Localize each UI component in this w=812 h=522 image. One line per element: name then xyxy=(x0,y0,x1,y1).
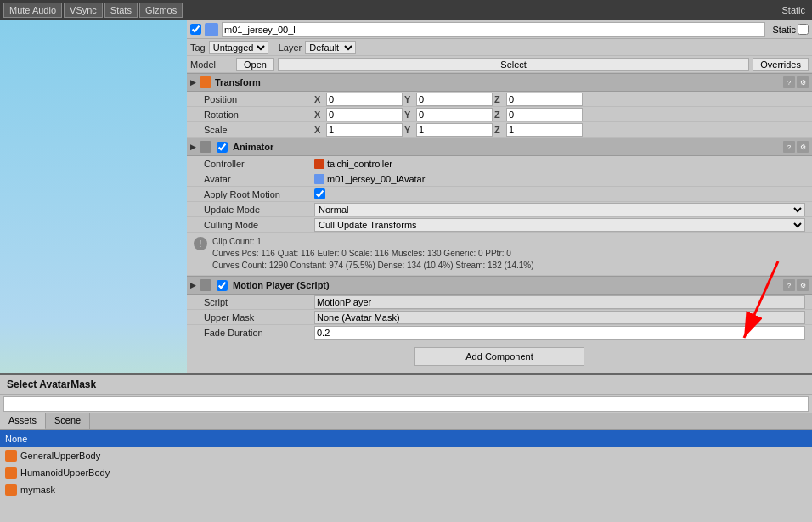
model-open-button[interactable]: Open xyxy=(236,58,274,71)
transform-title: Transform xyxy=(215,77,261,87)
add-component-button[interactable]: Add Component xyxy=(414,347,584,366)
culling-mode-select[interactable]: Cull Update Transforms xyxy=(314,218,805,232)
motionplayer-section-header[interactable]: ▶ Motion Player (Script) ? ⚙ xyxy=(187,276,812,295)
culling-mode-row: Culling Mode Cull Update Transforms xyxy=(187,217,812,233)
rotation-fields: X Y Z xyxy=(314,108,805,121)
motionplayer-enabled-checkbox[interactable] xyxy=(217,280,228,291)
pos-y-input[interactable] xyxy=(416,93,493,106)
add-component-row: Add Component xyxy=(187,340,812,373)
avatar-mask-list: None GeneralUpperBody HumanoidUpperBody … xyxy=(0,430,812,515)
mymask-icon xyxy=(5,484,17,496)
motionplayer-title: Motion Player (Script) xyxy=(233,280,330,290)
fade-duration-label: Fade Duration xyxy=(204,328,314,338)
rot-x-input[interactable] xyxy=(326,108,403,121)
scale-x-input[interactable] xyxy=(326,123,403,137)
controller-value-text: taichi_controller xyxy=(327,159,392,169)
avatar-mask-tabs: Assets Scene xyxy=(0,413,812,430)
motionplayer-arrow-icon: ▶ xyxy=(190,281,196,289)
motionplayer-help-icon[interactable]: ? xyxy=(783,279,795,291)
curves-count-text: Curves Count: 1290 Constant: 974 (75.5%)… xyxy=(212,261,534,270)
scale-label: Scale xyxy=(204,125,314,135)
vsync-button[interactable]: VSync xyxy=(64,3,103,18)
rot-x-label: X xyxy=(314,109,324,120)
info-icon: ! xyxy=(194,237,207,250)
transform-section-icons: ? ⚙ xyxy=(783,76,809,88)
mymask-label: mymask xyxy=(20,485,55,495)
clip-count-text: Clip Count: 1 xyxy=(212,237,262,246)
general-upper-body-label: GeneralUpperBody xyxy=(20,451,100,461)
transform-section-header[interactable]: ▶ Transform ? ⚙ xyxy=(187,73,812,92)
motionplayer-section-icons: ? ⚙ xyxy=(783,279,809,291)
scale-z-label: Z xyxy=(494,125,505,135)
fade-duration-input[interactable] xyxy=(314,326,805,340)
mute-audio-button[interactable]: Mute Audio xyxy=(3,3,62,18)
static-label: Static xyxy=(781,5,809,15)
scale-y-label: Y xyxy=(404,125,414,135)
rot-z-input[interactable] xyxy=(506,108,583,121)
script-row: Script xyxy=(187,295,812,310)
controller-asset-icon xyxy=(314,159,324,169)
static-checkbox[interactable] xyxy=(798,24,809,35)
animator-grid-icon xyxy=(200,141,211,153)
script-input[interactable] xyxy=(314,295,805,309)
list-item[interactable]: mymask xyxy=(0,481,812,498)
gizmos-button[interactable]: Gizmos xyxy=(139,3,183,18)
upper-mask-label: Upper Mask xyxy=(204,312,314,323)
upper-mask-input[interactable] xyxy=(314,311,805,324)
script-value-area xyxy=(314,295,805,309)
update-mode-label: Update Mode xyxy=(204,205,314,215)
animator-arrow-icon: ▶ xyxy=(190,143,196,151)
rot-y-input[interactable] xyxy=(416,108,493,121)
pos-y-label: Y xyxy=(404,94,414,104)
humanoid-upper-body-label: HumanoidUpperBody xyxy=(20,468,110,478)
animator-help-icon[interactable]: ? xyxy=(783,141,795,153)
controller-row: Controller taichi_controller xyxy=(187,156,812,171)
update-mode-select[interactable]: Normal xyxy=(314,203,805,216)
animator-title: Animator xyxy=(233,142,273,152)
humanoid-upper-body-icon xyxy=(5,467,17,479)
scale-y-input[interactable] xyxy=(416,123,493,137)
curves-text: Curves Pos: 116 Quat: 116 Euler: 0 Scale… xyxy=(212,249,511,258)
gameobject-active-checkbox[interactable] xyxy=(190,24,201,35)
transform-help-icon[interactable]: ? xyxy=(783,76,795,88)
model-select-button[interactable]: Select xyxy=(278,58,749,71)
list-item[interactable]: HumanoidUpperBody xyxy=(0,464,812,481)
fade-duration-value-area xyxy=(314,326,805,340)
tab-scene[interactable]: Scene xyxy=(46,413,90,429)
animator-enabled-checkbox[interactable] xyxy=(217,142,228,153)
avatar-row: Avatar m01_jersey_00_lAvatar xyxy=(187,171,812,187)
controller-value-area: taichi_controller xyxy=(314,159,805,169)
position-row: Position X Y Z xyxy=(187,92,812,107)
animator-info-box: ! Clip Count: 1 Curves Pos: 116 Quat: 11… xyxy=(187,233,812,276)
apply-root-label: Apply Root Motion xyxy=(204,189,314,199)
scale-x-label: X xyxy=(314,125,324,135)
gameobject-name-input[interactable] xyxy=(222,22,765,37)
pos-z-label: Z xyxy=(494,94,505,104)
list-item[interactable]: GeneralUpperBody xyxy=(0,447,812,464)
transform-settings-icon[interactable]: ⚙ xyxy=(797,76,809,88)
script-label: Script xyxy=(204,297,314,307)
update-mode-row: Update Mode Normal xyxy=(187,202,812,217)
animator-settings-icon[interactable]: ⚙ xyxy=(797,141,809,153)
tag-select[interactable]: Untagged xyxy=(209,41,268,54)
tag-layer-row: Tag Untagged Layer Default xyxy=(187,39,812,56)
scale-fields: X Y Z xyxy=(314,123,805,137)
model-overrides-button[interactable]: Overrides xyxy=(753,58,809,71)
tab-assets[interactable]: Assets xyxy=(0,413,46,429)
upper-mask-row: Upper Mask xyxy=(187,310,812,325)
motionplayer-settings-icon[interactable]: ⚙ xyxy=(797,279,809,291)
layer-select[interactable]: Default xyxy=(305,41,356,54)
model-row: Model Open Select Overrides xyxy=(187,56,812,73)
animator-section-header[interactable]: ▶ Animator ? ⚙ xyxy=(187,138,812,156)
controller-label: Controller xyxy=(204,159,314,169)
scale-z-input[interactable] xyxy=(506,123,583,137)
pos-x-input[interactable] xyxy=(326,93,403,106)
tag-label: Tag xyxy=(190,42,206,53)
stats-button[interactable]: Stats xyxy=(104,3,138,18)
avatar-mask-search-input[interactable] xyxy=(3,396,809,412)
pos-z-input[interactable] xyxy=(506,93,583,106)
apply-root-checkbox[interactable] xyxy=(314,188,325,199)
none-item-label: None xyxy=(5,434,27,444)
list-item[interactable]: None xyxy=(0,430,812,447)
top-bar: Mute Audio VSync Stats Gizmos Static xyxy=(0,0,812,20)
